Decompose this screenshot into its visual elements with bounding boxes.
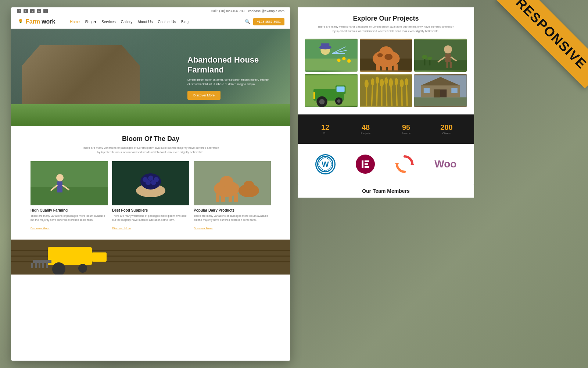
svg-rect-79 — [313, 92, 315, 99]
stat-item-2: 48 Projects — [345, 123, 386, 135]
facebook-icon[interactable]: f — [17, 9, 21, 13]
card-farming-text: There are many variations of passages mo… — [31, 214, 108, 222]
svg-point-47 — [342, 57, 345, 60]
card-dairy-image — [194, 161, 271, 205]
hero-field — [11, 104, 290, 126]
nav-about[interactable]: About Us — [137, 20, 153, 24]
logo-work-text: work — [42, 18, 55, 25]
contact-info: Call : (+0) 023 456 789 codeasel@example… — [211, 9, 284, 13]
svg-point-57 — [384, 54, 392, 60]
phone-button[interactable]: +123 4567 8901 — [253, 18, 284, 25]
svg-point-90 — [384, 77, 388, 85]
svg-rect-105 — [424, 88, 430, 93]
svg-point-68 — [422, 55, 427, 59]
svg-rect-35 — [39, 263, 40, 268]
stats-section: 12 O... 48 Projects 95 Awards 200 Client… — [298, 114, 474, 144]
svg-point-94 — [394, 78, 398, 85]
logo-farm-text: Farm — [26, 18, 40, 25]
card-food: Best Food Suppliers There are many varia… — [112, 161, 189, 231]
svg-rect-62 — [445, 53, 451, 62]
nav-services[interactable]: Services — [101, 20, 115, 24]
twitter-icon[interactable]: t — [24, 9, 28, 13]
svg-rect-69 — [430, 60, 431, 66]
svg-point-70 — [427, 57, 432, 60]
card-dairy-link[interactable]: Discover More — [194, 227, 213, 230]
bloom-section: Bloom Of The Day There are many variatio… — [11, 126, 290, 240]
nav-gallery[interactable]: Gallery — [121, 20, 133, 24]
svg-point-88 — [380, 79, 384, 87]
svg-rect-33 — [31, 263, 33, 268]
social-icons: f t y in p — [17, 9, 48, 13]
svg-rect-66 — [450, 62, 452, 68]
svg-rect-4 — [57, 181, 62, 192]
svg-rect-106 — [452, 88, 458, 93]
project-image-2[interactable] — [360, 39, 412, 72]
svg-rect-100 — [414, 97, 467, 106]
nav-bar: Farm work Home Shop ▾ Services Gallery A… — [11, 15, 290, 28]
stat-label-3: Awards — [386, 132, 426, 135]
svg-point-17 — [220, 176, 233, 187]
svg-line-93 — [396, 84, 397, 106]
nav-contact[interactable]: Contact Us — [158, 20, 176, 24]
svg-rect-20 — [229, 194, 232, 202]
woocommerce-logo: Woo — [434, 158, 456, 170]
team-title: Our Team Members — [305, 188, 467, 194]
svg-rect-18 — [216, 194, 219, 202]
svg-rect-78 — [337, 86, 345, 92]
stat-item-1: 12 O... — [305, 123, 345, 135]
nav-home[interactable]: Home — [70, 20, 80, 24]
svg-rect-36 — [42, 263, 44, 268]
project-image-5[interactable] — [360, 74, 412, 107]
svg-rect-56 — [394, 64, 398, 71]
wordpress-logo: W — [315, 154, 336, 174]
svg-point-13 — [146, 180, 151, 185]
svg-rect-110 — [365, 160, 369, 162]
svg-point-0 — [19, 19, 22, 22]
card-dairy-text: There are many variations of passages mo… — [194, 214, 271, 222]
card-farming-title: High Quality Farming — [31, 208, 108, 212]
projects-section: Explore Our Projects There are many vari… — [298, 7, 474, 114]
nav-blog[interactable]: Blog — [181, 20, 189, 24]
svg-rect-112 — [365, 166, 369, 168]
svg-rect-21 — [234, 194, 238, 202]
svg-rect-19 — [221, 194, 225, 202]
project-image-4[interactable] — [305, 74, 358, 107]
instagram-icon[interactable]: in — [37, 9, 41, 13]
discover-more-button[interactable]: Discover More — [187, 91, 220, 100]
card-food-link[interactable]: Discover More — [112, 227, 131, 230]
stat-number-2: 48 — [345, 123, 386, 132]
svg-point-23 — [244, 181, 254, 190]
svg-point-92 — [389, 78, 393, 87]
right-panel: Explore Our Projects There are many vari… — [298, 0, 588, 368]
search-icon[interactable]: 🔍 — [245, 19, 250, 24]
svg-rect-111 — [365, 163, 368, 165]
stat-number-1: 12 — [305, 123, 345, 132]
hero-title: Abandoned House Farmland — [187, 55, 279, 75]
pinterest-icon[interactable]: p — [43, 9, 48, 13]
site-logo[interactable]: Farm work — [17, 18, 55, 25]
hero-section: Abandoned House Farmland Lorem ipsum dol… — [11, 29, 290, 126]
project-image-1[interactable] — [305, 39, 358, 72]
woocommerce-text: Woo — [434, 158, 456, 170]
svg-text:W: W — [322, 160, 329, 168]
svg-rect-67 — [424, 59, 426, 65]
left-panel-website-preview: f t y in p Call : (+0) 023 456 789 codea… — [11, 7, 290, 361]
card-farming-link[interactable]: Discover More — [31, 227, 50, 230]
card-dairy-title: Popular Dairy Products — [194, 208, 271, 212]
svg-point-30 — [78, 264, 87, 273]
card-farming-image — [31, 161, 108, 205]
project-image-6[interactable] — [414, 74, 467, 107]
wordpress-icon: W — [315, 154, 336, 174]
youtube-icon[interactable]: y — [30, 9, 35, 13]
plugins-section: W — [298, 144, 474, 184]
nav-shop[interactable]: Shop ▾ — [85, 20, 96, 24]
team-section: Our Team Members — [298, 184, 474, 198]
svg-line-89 — [386, 83, 387, 106]
project-image-3[interactable] — [414, 39, 467, 72]
svg-line-95 — [402, 85, 402, 106]
refresh-icon — [395, 155, 414, 174]
stat-label-2: Projects — [345, 132, 386, 135]
logo-icon — [17, 18, 24, 25]
svg-rect-65 — [447, 62, 449, 68]
svg-rect-109 — [362, 160, 363, 168]
